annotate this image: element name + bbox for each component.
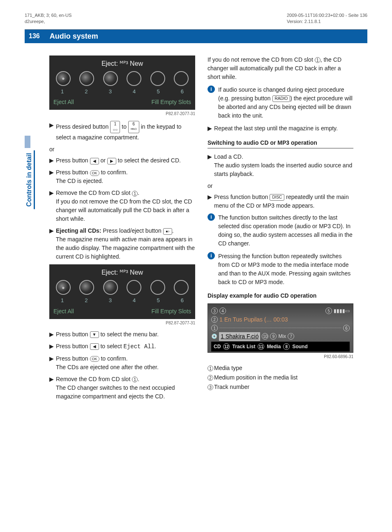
slot-2b-icon (79, 280, 94, 295)
step-remove-cd-2: ▶ Remove the CD from CD slot 1.The CD ch… (49, 375, 195, 401)
legend: 1Media type 2Medium position in the medi… (208, 364, 353, 391)
heading-switch-cd-mp3: Switching to audio CD or MP3 operation (208, 139, 353, 148)
step-select-compartment: ▶ Press desired button 1○○ to 6ᴹᴺᴼ in th… (49, 121, 195, 142)
title-bar: 136 Audio system (0, 30, 367, 43)
left-arrow-icon: ◀ (90, 158, 99, 164)
radio-key: RADIO (272, 95, 291, 102)
eject-icon: ●› (163, 228, 172, 235)
slot-num-1: 1 (61, 88, 64, 96)
legend-3: 3Track number (208, 383, 353, 391)
callout-1b: 1 (132, 377, 138, 382)
info-audio-source: i If audio source is changed during ejec… (208, 86, 353, 120)
figure-eject-1: Eject: ᴹᴾ³ New ● 1 2 3 4 5 6 (49, 56, 195, 110)
side-tab-container: Controls in detail (25, 136, 35, 209)
battery-icon: ▮▮▮▮▭ (334, 307, 350, 315)
callout-4: 4 (219, 308, 226, 314)
figure1-fill-empty: Fill Empty Slots (152, 98, 191, 106)
slot-5-icon (150, 71, 165, 86)
figure-cd-display: 3 4 5 ▮▮▮▮▭ 2 1 En Tus Pupilas (… 00:03 … (208, 303, 353, 353)
page-number: 136 (25, 30, 44, 43)
down-arrow-icon: ▼ (90, 331, 99, 338)
figure2-code: P82.87-2077-31 (49, 320, 195, 326)
header-meta: 171_AKB; 3; 60, en-US d2ureepe, 2009-05-… (25, 12, 367, 25)
figure3-code: P82.60-6896-31 (208, 354, 353, 360)
step-load-cd: ▶ Load a CD.The audio system loads the i… (208, 153, 353, 178)
right-column: If you do not remove the CD from CD slot… (208, 56, 353, 404)
key-6: 6ᴹᴺᴼ (128, 121, 139, 133)
slot-num-4: 4 (133, 88, 136, 96)
paragraph-cd-pull-back: If you do not remove the CD from CD slot… (208, 56, 353, 81)
slot-6-icon (174, 71, 189, 86)
info-press-again: i Pressing the function button repeatedl… (208, 252, 353, 287)
ok-key-2: OK (90, 356, 99, 362)
legend-2: 2Medium position in the media list (208, 373, 353, 382)
callout-1c: 1 (315, 57, 321, 63)
callout-1d: 1 (211, 325, 218, 331)
slot-3-icon (103, 71, 118, 86)
meta-right-2: Version: 2.11.8.1 (287, 19, 367, 25)
cd-icon: 💿 (211, 333, 217, 340)
slot-4-icon (127, 71, 141, 86)
step-remove-cd-1: ▶ Remove the CD from CD slot 1.If you do… (49, 189, 195, 223)
legend-1: 1Media type (208, 364, 353, 372)
info-disc-mode: i The function button switches directly … (208, 213, 353, 248)
slot-2-icon (79, 71, 94, 86)
slot-3b-icon (103, 280, 118, 295)
slot-num-3: 3 (109, 88, 112, 96)
ok-key-1: OK (90, 170, 99, 176)
callout-1a: 1 (132, 191, 138, 197)
slot-num-5: 5 (157, 88, 159, 96)
page-title: Audio system (44, 30, 367, 43)
left-arrow-icon-2: ◀ (90, 343, 99, 350)
callout-11: 11 (258, 343, 264, 350)
meta-left-2: d2ureepe, (25, 19, 71, 25)
slot-4b-icon (127, 280, 141, 295)
menu-bar: CD 12 Track List 11 Media 8 Sound (211, 342, 350, 352)
info-icon-3: i (208, 252, 215, 259)
side-tab-label: Controls in detail (25, 150, 35, 209)
step-press-disc: ▶ Press function button DISC repeatedly … (208, 193, 353, 210)
figure1-eject-all: Eject All (53, 98, 74, 106)
slot-num-6: 6 (181, 88, 184, 96)
meta-left-1: 171_AKB; 3; 60, en-US (25, 12, 71, 19)
callout-5: 5 (325, 308, 332, 314)
info-icon-1: i (208, 86, 215, 93)
right-arrow-icon: ▶ (107, 158, 116, 164)
slot-1-icon: ● (56, 71, 71, 86)
artist-line: 1 Shakira Fᵢció (219, 332, 260, 341)
callout-6: 6 (343, 325, 350, 331)
disc-key: DISC (270, 194, 284, 201)
figure1-title: Eject: ᴹᴾ³ New (53, 59, 191, 69)
or-2: or (208, 182, 353, 190)
track-line: 1 En Tus Pupilas (… 00:03 (219, 315, 288, 324)
step-eject-all: ▶ Ejecting all CDs: Press load/eject but… (49, 227, 195, 261)
step-select-cd: ▶ Press button ◀ or ▶ to select the desi… (49, 156, 195, 165)
callout-8: 8 (283, 343, 290, 350)
key-1: 1○○ (110, 121, 120, 133)
slot-num-2: 2 (85, 88, 88, 96)
figure1-code: P82.87-2077-31 (49, 111, 195, 117)
step-confirm-1: ▶ Press button OK to confirm.The CD is e… (49, 168, 195, 185)
step-select-menubar: ▶ Press button ▼ to select the menu bar. (49, 330, 195, 339)
callout-9: 9 (270, 333, 277, 340)
callout-10: 10 (262, 333, 268, 340)
callout-12: 12 (223, 343, 230, 350)
left-column: Eject: ᴹᴾ³ New ● 1 2 3 4 5 6 (49, 56, 195, 404)
step-select-ejectall: ▶ Press button ◀ to select Eject All. (49, 342, 195, 351)
heading-display-example: Display example for audio CD operation (208, 291, 353, 300)
slot-5b-icon (150, 280, 165, 295)
info-icon-2: i (208, 213, 215, 221)
side-tab-marker (25, 136, 30, 148)
callout-2: 2 (211, 316, 218, 323)
or-1: or (49, 145, 195, 154)
mix-label: Mix (278, 333, 286, 340)
figure2-title: Eject: ᴹᴾ³ New (53, 268, 191, 278)
step-confirm-2: ▶ Press button OK to confirm.The CDs are… (49, 354, 195, 372)
step-repeat: ▶ Repeat the last step until the magazin… (208, 124, 353, 133)
meta-right-1: 2009-05-11T16:00:23+02:00 - Seite 136 (287, 12, 367, 19)
callout-7: 7 (288, 333, 294, 340)
slot-1b-icon: ● (56, 280, 71, 295)
slot-6b-icon (174, 280, 189, 295)
figure-eject-2: Eject: ᴹᴾ³ New ● 1 2 3 4 5 6 (49, 264, 195, 319)
callout-3: 3 (211, 308, 218, 314)
